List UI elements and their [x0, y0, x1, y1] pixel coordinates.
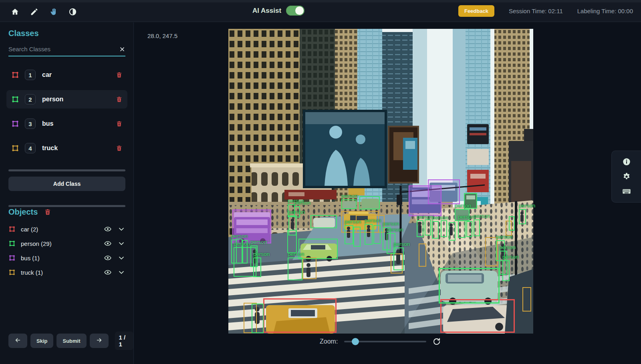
bbox-label: person [502, 254, 519, 260]
bbox-annotation-truck[interactable] [419, 243, 426, 267]
visibility-eye-icon[interactable] [104, 254, 112, 262]
bbox-label: person [341, 193, 358, 199]
bbox-annotation-person[interactable]: person [345, 225, 353, 244]
zoom-slider[interactable] [344, 338, 426, 345]
bbox-annotation-car[interactable] [440, 299, 515, 333]
search-classes-input[interactable] [8, 46, 119, 52]
visibility-eye-icon[interactable] [104, 239, 112, 247]
bbox-class-icon [11, 120, 19, 128]
class-hotkey-badge: 1 [25, 70, 36, 80]
objects-header: Objects [8, 207, 51, 217]
pan-hand-icon[interactable] [46, 5, 60, 18]
toggle-knob [295, 6, 304, 15]
image-nav: Skip Submit 1 / 1 [8, 332, 133, 350]
bbox-label: person [496, 234, 512, 240]
bbox-annotation-person[interactable] [298, 239, 338, 259]
prev-image-button[interactable] [8, 334, 27, 348]
bbox-annotation-person[interactable]: person [458, 220, 466, 238]
class-list: 1car2person3bus4truck [6, 66, 127, 163]
chevron-down-icon[interactable] [117, 239, 125, 247]
reset-zoom-icon[interactable] [433, 338, 441, 346]
chevron-down-icon[interactable] [117, 254, 125, 262]
bbox-annotation-person[interactable] [449, 222, 456, 241]
delete-class-icon[interactable] [116, 120, 123, 127]
zoom-bar: Zoom: [320, 338, 441, 346]
chevron-down-icon[interactable] [117, 268, 125, 276]
annotation-canvas[interactable]: personpersonpersonpersonpersonpersonpers… [228, 29, 533, 334]
visibility-eye-icon[interactable] [104, 225, 112, 233]
divider [8, 205, 125, 207]
bbox-annotation-person[interactable] [353, 227, 361, 247]
divider [8, 169, 125, 171]
bbox-annotation-person[interactable]: person [474, 219, 480, 236]
object-row-bus: bus (1) [8, 251, 125, 265]
bbox-label: person [345, 219, 361, 225]
zoom-slider-thumb[interactable] [352, 338, 359, 345]
info-icon[interactable] [622, 157, 631, 166]
submit-button[interactable]: Submit [56, 334, 86, 348]
bbox-annotation-person[interactable] [310, 215, 337, 228]
delete-all-objects-icon[interactable] [44, 208, 51, 216]
page-indicator: 1 / 1 [115, 332, 133, 350]
bbox-annotation-person[interactable]: person [288, 257, 302, 280]
session-time: Session Time: 02:11 [509, 8, 563, 14]
bbox-annotation-person[interactable]: person [417, 220, 423, 237]
visibility-eye-icon[interactable] [104, 268, 112, 276]
keyboard-shortcuts-icon[interactable] [622, 187, 631, 196]
settings-gear-icon[interactable] [622, 172, 631, 181]
skip-button[interactable]: Skip [30, 334, 53, 348]
sidebar: Classes 1car2person3bus4truck Add Class … [0, 22, 134, 364]
bbox-label: person [231, 233, 248, 239]
bbox-annotation-person[interactable] [252, 304, 264, 333]
bbox-label: person [519, 203, 535, 209]
bbox-label: person [458, 214, 474, 220]
bbox-annotation-person[interactable] [373, 225, 381, 244]
bbox-label: person [253, 251, 270, 257]
bbox-label: person [387, 227, 403, 233]
add-class-button[interactable]: Add Class [8, 177, 125, 191]
bbox-annotation-person[interactable]: person [365, 224, 373, 245]
bbox-annotation-bus[interactable] [428, 179, 460, 204]
bbox-class-icon [8, 225, 16, 233]
bbox-annotation-person[interactable] [359, 196, 380, 209]
class-row-truck[interactable]: 4truck [6, 139, 127, 157]
bbox-label: person [288, 251, 304, 257]
class-row-car[interactable]: 1car [6, 66, 127, 84]
pencil-icon[interactable] [27, 5, 41, 18]
contrast-icon[interactable] [66, 5, 79, 18]
feedback-button[interactable]: Feedback [458, 5, 494, 17]
bbox-annotation-person[interactable] [287, 230, 297, 253]
bbox-annotation-person[interactable] [466, 221, 472, 237]
bbox-annotation-car[interactable] [263, 298, 337, 333]
object-row-car: car (2) [8, 222, 125, 236]
bbox-annotation-person[interactable] [509, 216, 515, 231]
delete-class-icon[interactable] [116, 145, 123, 152]
class-row-bus[interactable]: 3bus [6, 115, 127, 133]
bbox-annotation-truck[interactable] [522, 287, 531, 312]
delete-class-icon[interactable] [116, 96, 123, 103]
bbox-annotation-person[interactable]: person [253, 257, 261, 277]
bbox-class-icon [8, 269, 16, 276]
topbar-right: Feedback Session Time: 02:11 Labeling Ti… [458, 0, 633, 22]
bbox-annotation-person[interactable]: person [502, 260, 510, 281]
ai-assist-toggle[interactable] [286, 6, 304, 16]
clear-search-icon[interactable] [119, 46, 125, 52]
bbox-label: person [393, 241, 410, 247]
chevron-down-icon[interactable] [117, 225, 125, 233]
bbox-annotation-person[interactable]: person [341, 199, 357, 209]
bbox-annotation-person[interactable] [439, 268, 500, 304]
delete-class-icon[interactable] [116, 71, 123, 78]
bbox-label: person [365, 217, 381, 223]
bbox-annotation-person[interactable]: person [432, 221, 439, 239]
next-image-button[interactable] [90, 334, 109, 348]
bbox-annotation-person[interactable] [441, 220, 447, 237]
zoom-label: Zoom: [320, 338, 338, 345]
class-row-person[interactable]: 2person [6, 90, 127, 109]
bbox-label: person [455, 203, 471, 209]
bbox-annotation-person[interactable] [425, 219, 431, 235]
bbox-label: person [432, 215, 448, 221]
bbox-annotation-person[interactable]: person [519, 209, 526, 224]
home-icon[interactable] [8, 5, 22, 18]
bbox-annotation-truck[interactable] [302, 257, 316, 279]
bbox-annotation-person[interactable]: person [393, 247, 404, 270]
